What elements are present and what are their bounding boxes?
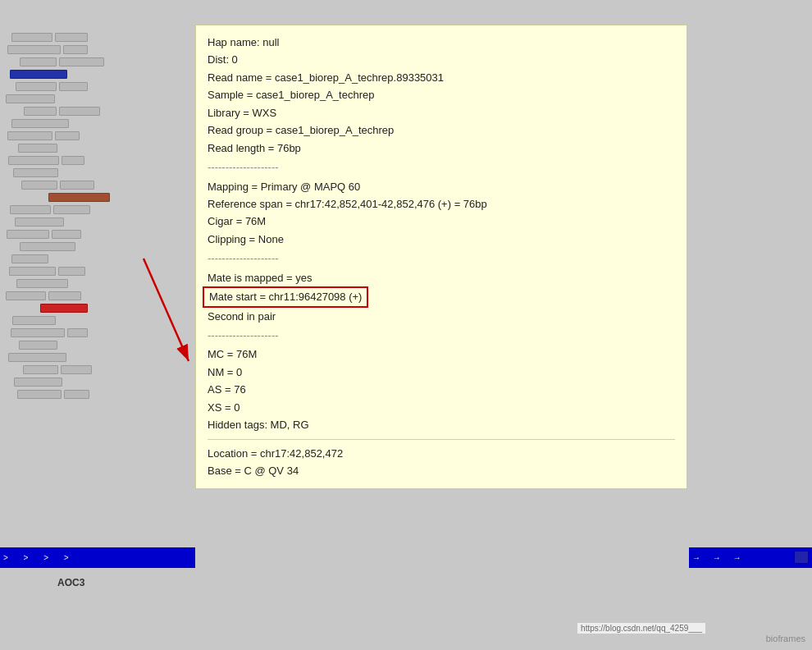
clipping-text: Clipping = None — [208, 233, 284, 245]
gene-track-right: → → → — [689, 547, 812, 568]
hap-name-text: Hap name: null — [208, 36, 279, 48]
mate-start-highlight: Mate start = chr11:96427098 (+) — [203, 286, 368, 307]
tooltip-second-pair: Second in pair — [208, 308, 675, 325]
tooltip-ref-span: Reference span = chr17:42,852,401-42,852… — [208, 195, 675, 213]
sample-text: Sample = case1_biorep_A_techrep — [208, 89, 374, 101]
gene-label: AOC3 — [57, 577, 84, 588]
mate-start-text: Mate start = chr11:96427098 (+) — [209, 291, 362, 303]
tooltip-divider-3: -------------------- — [208, 327, 675, 344]
tooltip-hap-name: Hap name: null — [208, 34, 675, 51]
read-length-text: Read length = 76bp — [208, 142, 301, 154]
ref-span-text: Reference span = chr17:42,852,401-42,852… — [208, 198, 487, 210]
hidden-tags-text: Hidden tags: MD, RG — [208, 419, 309, 431]
xs-text: XS = 0 — [208, 401, 239, 414]
read-name-text: Read name = case1_biorep_A_techrep.89335… — [208, 71, 444, 84]
tooltip-mate-mapped: Mate is mapped = yes — [208, 269, 675, 286]
gene-arrows-right: → → → — [692, 553, 746, 562]
tooltip-read-group: Read group = case1_biorep_A_techrep — [208, 121, 675, 139]
gene-arrows-left: > > > > — [3, 553, 75, 562]
base-text: Base = C @ QV 34 — [208, 465, 299, 477]
tooltip-mapping: Mapping = Primary @ MAPQ 60 — [208, 178, 675, 195]
tooltip-as: AS = 76 — [208, 381, 675, 398]
tooltip-xs: XS = 0 — [208, 399, 675, 416]
url-text: https://blog.csdn.net/qq_4259___ — [581, 624, 702, 633]
location-text: Location = chr17:42,852,472 — [208, 447, 343, 460]
tooltip-library: Library = WXS — [208, 104, 675, 121]
as-text: AS = 76 — [208, 383, 246, 396]
tooltip-panel: Hap name: null Dist: 0 Read name = case1… — [195, 25, 687, 489]
mate-mapped-text: Mate is mapped = yes — [208, 272, 312, 284]
tooltip-mate-start: Mate start = chr11:96427098 (+) — [208, 286, 675, 307]
gene-track-left: > > > > — [0, 547, 195, 568]
right-gene-block — [794, 551, 809, 564]
tooltip-read-length: Read length = 76bp — [208, 140, 675, 157]
tooltip-divider-1: -------------------- — [208, 158, 675, 176]
tooltip-hidden-tags: Hidden tags: MD, RG — [208, 416, 675, 433]
second-pair-text: Second in pair — [208, 310, 276, 323]
mc-text: MC = 76M — [208, 348, 257, 360]
tooltip-read-name: Read name = case1_biorep_A_techrep.89335… — [208, 69, 675, 86]
tooltip-cigar: Cigar = 76M — [208, 213, 675, 230]
tooltip-nm: NM = 0 — [208, 364, 675, 381]
url-bar: https://blog.csdn.net/qq_4259___ — [577, 623, 705, 634]
tooltip-hr — [208, 439, 675, 440]
tooltip-clipping: Clipping = None — [208, 231, 675, 248]
library-text: Library = WXS — [208, 107, 276, 119]
tooltip-location: Location = chr17:42,852,472 — [208, 445, 675, 462]
tooltip-base: Base = C @ QV 34 — [208, 462, 675, 479]
cigar-text: Cigar = 76M — [208, 215, 266, 227]
dist-text: Dist: 0 — [208, 53, 238, 66]
read-group-text: Read group = case1_biorep_A_techrep — [208, 124, 394, 136]
mapping-text: Mapping = Primary @ MAPQ 60 — [208, 181, 360, 193]
tooltip-divider-2: -------------------- — [208, 249, 675, 267]
tooltip-mc: MC = 76M — [208, 346, 675, 363]
watermark: bioframes — [766, 634, 805, 643]
reads-area — [0, 33, 195, 402]
tooltip-sample: Sample = case1_biorep_A_techrep — [208, 86, 675, 103]
nm-text: NM = 0 — [208, 366, 242, 378]
tooltip-dist: Dist: 0 — [208, 51, 675, 68]
